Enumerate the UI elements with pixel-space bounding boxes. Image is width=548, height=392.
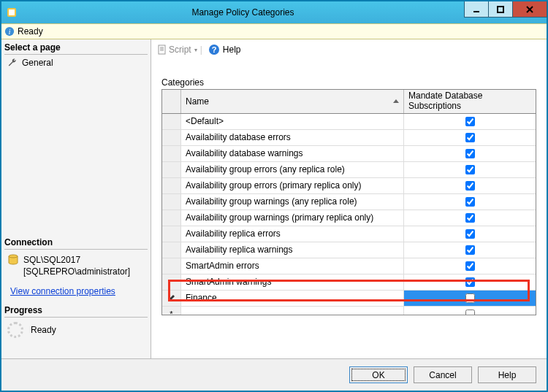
table-row[interactable]: Availability group warnings (any replica… — [162, 194, 536, 210]
row-header[interactable] — [162, 178, 181, 193]
row-header[interactable] — [162, 210, 181, 226]
row-header[interactable] — [162, 146, 181, 161]
help-icon: ? — [208, 44, 220, 55]
window-controls — [464, 1, 547, 23]
view-connection-properties-link[interactable]: View connection properties — [7, 284, 118, 299]
mandate-checkbox[interactable] — [465, 213, 475, 223]
cell-name[interactable]: Availability database warnings — [181, 146, 404, 161]
cell-mandate[interactable] — [404, 178, 536, 193]
mandate-checkbox[interactable] — [465, 117, 475, 126]
cell-name[interactable]: SmartAdmin warnings — [181, 274, 404, 290]
svg-text:i: i — [9, 28, 11, 36]
mandate-checkbox[interactable] — [465, 261, 475, 271]
ok-button[interactable]: OK — [349, 366, 408, 383]
row-header[interactable] — [162, 274, 181, 290]
grid-header-row: Name Mandate Database Subscriptions — [162, 90, 536, 114]
row-header[interactable] — [162, 194, 181, 210]
table-row[interactable]: SmartAdmin warnings — [162, 274, 536, 291]
row-header[interactable] — [162, 114, 181, 129]
categories-grid[interactable]: Name Mandate Database Subscriptions <Def… — [161, 89, 536, 315]
cell-name[interactable]: Availability database errors — [181, 130, 404, 145]
table-row[interactable]: * — [162, 307, 536, 315]
cell-name[interactable] — [181, 307, 404, 315]
row-header[interactable] — [162, 130, 181, 145]
cell-mandate[interactable] — [404, 226, 536, 242]
cell-mandate[interactable] — [404, 210, 536, 226]
cell-mandate[interactable] — [404, 194, 536, 210]
mandate-checkbox[interactable] — [465, 133, 475, 142]
cell-name[interactable]: Availability replica errors — [181, 226, 404, 242]
maximize-button[interactable] — [488, 1, 513, 18]
cell-name[interactable]: Availability group errors (any replica r… — [181, 162, 404, 177]
wrench-icon — [7, 58, 18, 68]
table-row[interactable]: Finance — [162, 291, 536, 307]
svg-rect-1 — [9, 9, 15, 15]
cell-mandate[interactable] — [404, 274, 536, 290]
table-row[interactable]: Availability group errors (any replica r… — [162, 162, 536, 178]
row-header[interactable] — [162, 242, 181, 258]
cell-mandate[interactable] — [404, 146, 536, 161]
cell-name[interactable]: Availability group warnings (any replica… — [181, 194, 404, 210]
cell-mandate[interactable] — [404, 242, 536, 258]
help-link[interactable]: ? Help — [208, 44, 241, 55]
cell-mandate[interactable] — [404, 114, 536, 129]
row-header[interactable] — [162, 258, 181, 274]
grid-corner — [162, 90, 181, 113]
row-header[interactable]: * — [162, 307, 181, 315]
pencil-icon — [167, 293, 176, 302]
grid-body[interactable]: <Default>Availability database errorsAva… — [162, 114, 536, 315]
titlebar[interactable]: Manage Policy Categories — [1, 1, 547, 23]
close-button[interactable] — [512, 1, 547, 18]
progress-spinner-icon — [7, 322, 23, 338]
table-row[interactable]: Availability replica errors — [162, 226, 536, 242]
cell-name[interactable]: Availability group errors (primary repli… — [181, 178, 404, 193]
cell-mandate[interactable] — [404, 162, 536, 177]
progress-header: Progress — [4, 304, 148, 318]
row-header[interactable] — [162, 291, 181, 306]
column-header-name[interactable]: Name — [181, 90, 404, 113]
script-label: Script — [169, 45, 191, 55]
minimize-button[interactable] — [464, 1, 489, 18]
cell-name[interactable]: Finance — [181, 291, 404, 306]
mandate-checkbox[interactable] — [465, 181, 475, 191]
table-row[interactable]: Availability replica warnings — [162, 242, 536, 258]
toolbar: Script ▾ | ? Help — [151, 39, 547, 60]
help-button[interactable]: Help — [478, 366, 536, 383]
row-header[interactable] — [162, 226, 181, 242]
cell-name[interactable]: SmartAdmin errors — [181, 258, 404, 274]
mandate-checkbox[interactable] — [465, 310, 475, 315]
mandate-checkbox[interactable] — [465, 197, 475, 207]
mandate-checkbox[interactable] — [465, 245, 475, 255]
content-panel: Script ▾ | ? Help Categories Name — [151, 39, 547, 358]
table-row[interactable]: Availability database errors — [162, 130, 536, 146]
cell-mandate[interactable] — [404, 291, 536, 306]
cancel-button[interactable]: Cancel — [414, 366, 472, 383]
mandate-checkbox[interactable] — [465, 229, 475, 239]
column-header-mandate[interactable]: Mandate Database Subscriptions — [404, 90, 536, 113]
mandate-checkbox[interactable] — [465, 277, 475, 287]
categories-label: Categories — [151, 60, 547, 89]
mandate-checkbox[interactable] — [465, 293, 475, 303]
row-header[interactable] — [162, 162, 181, 177]
script-dropdown[interactable]: Script ▾ | — [157, 45, 204, 55]
mandate-checkbox[interactable] — [465, 165, 475, 174]
table-row[interactable]: SmartAdmin errors — [162, 258, 536, 274]
table-row[interactable]: Availability database warnings — [162, 146, 536, 162]
cell-name[interactable]: Availability group warnings (primary rep… — [181, 210, 404, 226]
cell-name[interactable]: <Default> — [181, 114, 404, 129]
svg-text:?: ? — [211, 45, 216, 54]
cell-mandate[interactable] — [404, 130, 536, 145]
table-row[interactable]: Availability group errors (primary repli… — [162, 178, 536, 194]
page-item-general[interactable]: General — [4, 56, 148, 69]
cell-mandate[interactable] — [404, 258, 536, 274]
chevron-down-icon: ▾ — [194, 47, 197, 53]
left-panel: Select a page General Connection SQL\SQL… — [1, 39, 151, 358]
cell-name[interactable]: Availability replica warnings — [181, 242, 404, 258]
table-row[interactable]: Availability group warnings (primary rep… — [162, 210, 536, 226]
progress-row: Ready — [4, 319, 148, 341]
mandate-checkbox[interactable] — [465, 149, 475, 158]
page-item-label: General — [22, 58, 53, 68]
table-row[interactable]: <Default> — [162, 114, 536, 130]
window-title: Manage Policy Categories — [22, 7, 464, 18]
cell-mandate[interactable] — [404, 307, 536, 315]
